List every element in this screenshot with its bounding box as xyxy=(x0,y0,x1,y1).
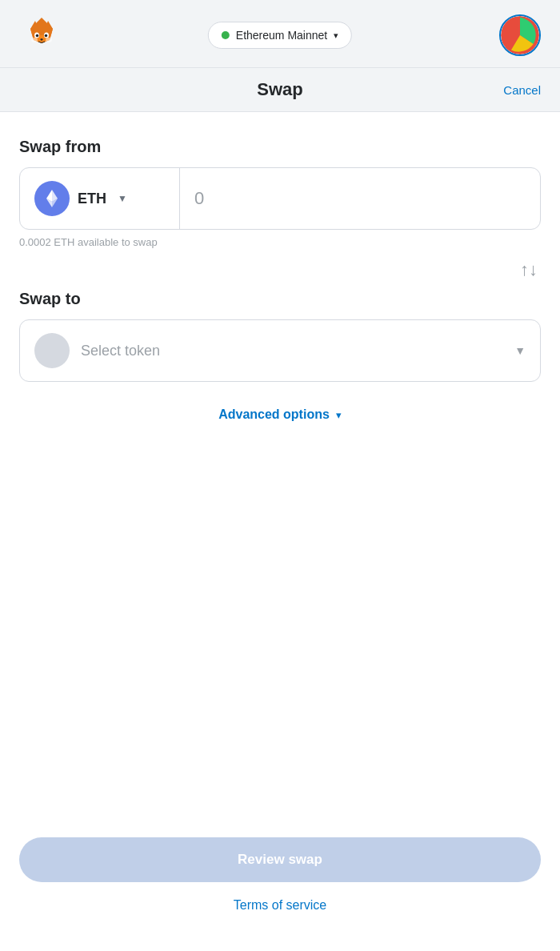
main-content: Swap from ETH ▼ 0.0002 ETH av xyxy=(0,112,560,951)
terms-of-service-link[interactable]: Terms of service xyxy=(19,898,541,913)
swap-to-section: Swap to Select token ▼ xyxy=(19,290,541,407)
swap-from-section: Swap from ETH ▼ 0.0002 ETH av xyxy=(19,138,541,261)
to-token-placeholder-icon xyxy=(34,333,70,368)
logo-area xyxy=(19,13,64,58)
swap-arrows-icon: ↑↓ xyxy=(520,261,538,279)
to-token-chevron-icon: ▼ xyxy=(514,344,526,357)
advanced-options-toggle[interactable]: Advanced options ▾ xyxy=(19,407,541,422)
from-token-selector[interactable]: ETH ▼ xyxy=(20,168,180,229)
page-title: Swap xyxy=(257,79,302,100)
svg-point-9 xyxy=(36,34,39,38)
cancel-button[interactable]: Cancel xyxy=(503,83,541,97)
svg-marker-16 xyxy=(46,190,52,202)
metamask-logo xyxy=(19,13,64,58)
advanced-options-label: Advanced options xyxy=(218,407,330,422)
title-bar: Swap Cancel xyxy=(0,68,560,112)
select-token-text: Select token xyxy=(81,343,503,359)
swap-direction-toggle[interactable]: ↑↓ xyxy=(19,261,541,279)
to-token-selector[interactable]: Select token ▼ xyxy=(19,319,541,382)
review-swap-button[interactable]: Review swap xyxy=(19,837,541,882)
available-balance-text: 0.0002 ETH available to swap xyxy=(19,236,541,248)
from-token-chevron-icon: ▼ xyxy=(118,193,127,204)
svg-marker-15 xyxy=(52,190,58,202)
from-amount-area[interactable] xyxy=(180,168,540,229)
advanced-options-chevron-icon: ▾ xyxy=(336,409,342,421)
eth-logo-icon xyxy=(42,188,62,209)
swap-to-label: Swap to xyxy=(19,290,541,308)
svg-point-12 xyxy=(31,38,38,42)
from-token-symbol: ETH xyxy=(78,191,106,207)
header: Ethereum Mainnet ▾ xyxy=(0,0,560,68)
network-label: Ethereum Mainnet xyxy=(236,29,327,42)
spacer xyxy=(19,454,541,837)
account-avatar[interactable] xyxy=(499,14,541,56)
swap-from-label: Swap from xyxy=(19,138,541,156)
svg-point-13 xyxy=(46,38,52,42)
swap-from-container: ETH ▼ xyxy=(19,167,541,230)
svg-point-10 xyxy=(45,34,48,38)
avatar-icon xyxy=(501,16,539,54)
network-selector[interactable]: Ethereum Mainnet ▾ xyxy=(208,22,352,49)
network-status-dot xyxy=(222,31,230,39)
eth-token-icon xyxy=(34,181,70,216)
network-chevron-icon: ▾ xyxy=(334,30,338,41)
from-amount-input[interactable] xyxy=(194,188,526,209)
